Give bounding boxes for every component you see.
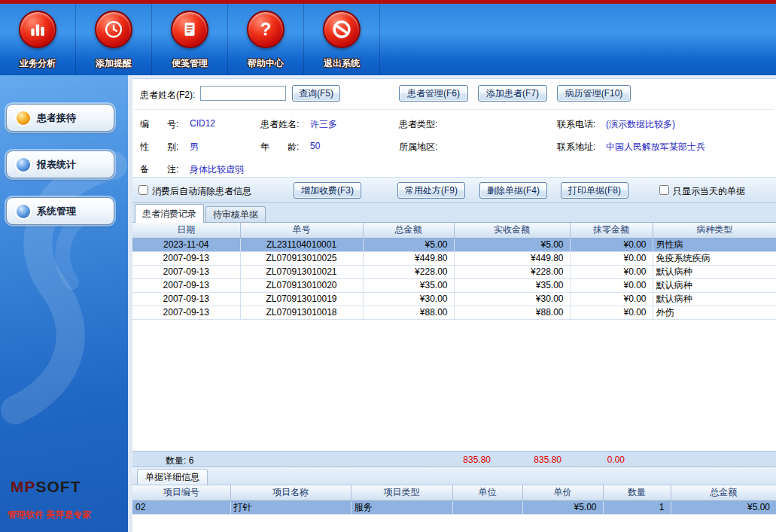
patient-panel: 患者姓名(F2): 查询(F5) 患者管理(F6) 添加患者(F7) 病历管理(… (132, 78, 776, 178)
toolbar-item-memo-management[interactable]: 便笺管理 (152, 4, 228, 75)
today-only-label: 只显示当天的单据 (673, 185, 745, 198)
sidebar-item-label: 报表统计 (37, 158, 76, 172)
patient-name-search-label: 患者姓名(F2): (140, 89, 195, 102)
patient-name-label: 患者姓名: (260, 118, 299, 131)
table-row[interactable]: 2007-09-13 ZL070913010018 ¥88.00 ¥88.00 … (132, 306, 776, 319)
col-header-rounding[interactable]: 抹零金额 (570, 223, 653, 238)
auto-clear-checkbox[interactable] (138, 185, 148, 195)
toolbar-item-label: 便笺管理 (152, 57, 227, 70)
col-header-item-type[interactable]: 项目类型 (351, 485, 452, 500)
memo-icon (171, 11, 208, 48)
col-header-amount[interactable]: 总金额 (671, 485, 776, 500)
col-header-bill-no[interactable]: 单号 (240, 223, 363, 238)
table-header-row: 日期 单号 总金额 实收金额 抹零金额 病种类型 (132, 223, 776, 238)
toolbar-item-label: 帮助中心 (228, 57, 303, 70)
vendor-logo-left: MP (11, 478, 36, 495)
patient-note-label: 备 注: (140, 163, 178, 176)
col-header-unit-price[interactable]: 单价 (522, 485, 603, 500)
patient-manage-button[interactable]: 患者管理(F6) (399, 85, 468, 102)
col-header-received[interactable]: 实收金额 (454, 223, 570, 238)
patient-id-label: 编 号: (140, 118, 178, 131)
orange-orb-icon (17, 111, 30, 125)
patient-address-value: 中国人民解放军某部士兵 (606, 141, 705, 154)
question-icon: ? (247, 11, 285, 48)
main-toolbar: 业务分析 添加提醒 便笺管理 ? 帮助中心 退出系统 (0, 4, 776, 75)
sidebar-item-patient-reception[interactable]: 患者接待 (6, 104, 114, 132)
delete-bill-button[interactable]: 删除单据(F4) (479, 182, 547, 199)
vendor-tagline: 管理软件 美萍是专家 (8, 509, 91, 521)
toolbar-item-exit-system[interactable]: 退出系统 (304, 4, 380, 75)
detail-table: 项目编号 项目名称 项目类型 单位 单价 数量 总金额 02 打针 服务 (132, 485, 776, 515)
sum-rounding: 0.00 (552, 454, 625, 465)
toolbar-item-business-analysis[interactable]: 业务分析 (0, 4, 76, 75)
add-patient-button[interactable]: 添加患者(F7) (478, 85, 547, 102)
col-header-unit[interactable]: 单位 (452, 485, 522, 500)
patient-address-label: 联系地址: (557, 141, 595, 154)
auto-clear-label: 消费后自动清除患者信息 (152, 185, 251, 198)
clock-icon (95, 11, 132, 48)
table-row[interactable]: 2007-09-13 ZL070913010019 ¥30.00 ¥30.00 … (132, 292, 776, 306)
blue-orb-icon (17, 205, 30, 218)
vendor-logo: MPSOFT (11, 478, 81, 496)
sidebar-item-label: 患者接待 (37, 111, 76, 125)
toolbar-item-help-center[interactable]: ? 帮助中心 (228, 4, 304, 75)
prohibit-icon (323, 11, 361, 48)
patient-name-value: 许三多 (310, 118, 337, 131)
today-only-checkbox[interactable] (659, 185, 669, 195)
add-charge-button[interactable]: 增加收费(F3) (294, 182, 361, 199)
summary-row: 数量: 6 835.80 835.80 0.00 (132, 451, 776, 467)
sidebar-swirl-decoration (0, 135, 128, 451)
sidebar-item-system-management[interactable]: 系统管理 (6, 197, 114, 225)
col-header-item-no[interactable]: 项目编号 (132, 485, 230, 500)
bar-chart-icon (19, 11, 56, 48)
col-header-disease[interactable]: 病种类型 (653, 223, 776, 238)
table-row[interactable]: 2023-11-04 ZL231104010001 ¥5.00 ¥5.00 ¥0… (132, 238, 776, 251)
record-tabstrip: 患者消费记录 待审核单据 (132, 203, 776, 223)
col-header-qty[interactable]: 数量 (603, 485, 671, 500)
patient-phone-label: 联系电话: (557, 118, 595, 131)
detail-grid-area: 项目编号 项目名称 项目类型 单位 单价 数量 总金额 02 打针 服务 (132, 485, 776, 532)
action-bar: 消费后自动清除患者信息 增加收费(F3) 常用处方(F9) 删除单据(F4) 打… (132, 178, 776, 203)
patient-id-value: CID12 (190, 118, 215, 129)
patient-region-label: 所属地区: (399, 141, 437, 154)
app-window: 业务分析 添加提醒 便笺管理 ? 帮助中心 退出系统 (0, 0, 776, 532)
toolbar-item-label: 退出系统 (304, 57, 379, 70)
detail-title-band: 单据详细信息 (132, 467, 776, 485)
medical-record-button[interactable]: 病历管理(F10) (557, 85, 631, 102)
patient-age-value: 50 (310, 141, 320, 151)
patient-phone-value: (演示数据比较多) (606, 118, 675, 131)
sidebar-item-report-statistics[interactable]: 报表统计 (6, 150, 114, 178)
tab-consumption-records[interactable]: 患者消费记录 (135, 204, 204, 223)
patient-gender-value: 男 (190, 141, 199, 154)
blue-orb-icon (17, 158, 30, 172)
query-button[interactable]: 查询(F5) (292, 85, 340, 102)
col-header-date[interactable]: 日期 (132, 223, 240, 238)
detail-header-row: 项目编号 项目名称 项目类型 单位 单价 数量 总金额 (132, 485, 776, 500)
table-row[interactable]: 2007-09-13 ZL070913010025 ¥449.80 ¥449.8… (132, 251, 776, 265)
toolbar-item-label: 添加提醒 (76, 57, 151, 70)
detail-title: 单据详细信息 (137, 469, 208, 485)
sum-received: 835.80 (489, 454, 561, 465)
consumption-grid-area: 日期 单号 总金额 实收金额 抹零金额 病种类型 2023-11-04 ZL23… (132, 223, 776, 451)
table-row[interactable]: 02 打针 服务 ¥5.00 1 ¥5.00 (132, 500, 776, 514)
sidebar: 患者接待 报表统计 系统管理 MPSOFT 管理软件 美萍是专家 (0, 75, 128, 532)
consumption-table: 日期 单号 总金额 实收金额 抹零金额 病种类型 2023-11-04 ZL23… (132, 223, 776, 320)
patient-type-label: 患者类型: (399, 118, 437, 131)
toolbar-item-add-reminder[interactable]: 添加提醒 (76, 4, 152, 75)
print-bill-button[interactable]: 打印单据(F8) (561, 182, 628, 199)
tab-pending-bills[interactable]: 待审核单据 (205, 206, 266, 222)
sum-total: 835.80 (418, 454, 491, 465)
vendor-logo-right: SOFT (36, 478, 81, 495)
question-glyph: ? (260, 20, 272, 38)
main-content: 患者姓名(F2): 查询(F5) 患者管理(F6) 添加患者(F7) 病历管理(… (132, 75, 776, 532)
sidebar-item-label: 系统管理 (37, 205, 76, 218)
common-prescription-button[interactable]: 常用处方(F9) (397, 182, 465, 199)
table-row[interactable]: 2007-09-13 ZL070913010020 ¥35.00 ¥35.00 … (132, 278, 776, 292)
table-row[interactable]: 2007-09-13 ZL070913010021 ¥228.00 ¥228.0… (132, 265, 776, 278)
patient-name-input[interactable] (200, 86, 286, 101)
col-header-item-name[interactable]: 项目名称 (230, 485, 351, 500)
patient-gender-label: 性 别: (140, 141, 178, 154)
patient-note-value: 身体比较虚弱 (190, 163, 244, 176)
col-header-total[interactable]: 总金额 (363, 223, 454, 238)
record-count: 数量: 6 (166, 454, 193, 467)
